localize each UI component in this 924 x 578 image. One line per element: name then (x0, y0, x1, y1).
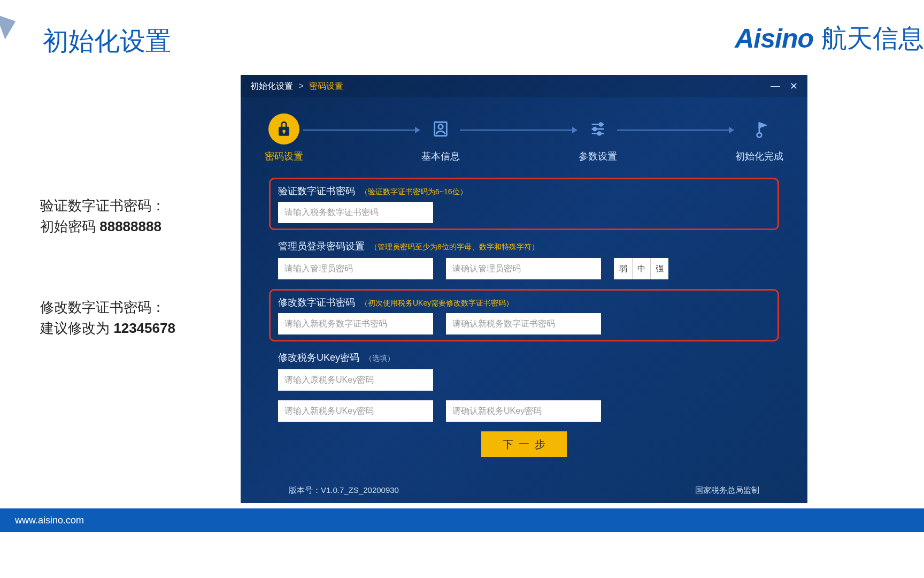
sliders-icon (582, 113, 613, 144)
svg-point-8 (757, 133, 762, 138)
breadcrumb-current: 密码设置 (309, 81, 343, 90)
breadcrumb: 初始化设置 > 密码设置 (250, 81, 343, 92)
strength-mid: 中 (632, 258, 650, 279)
breadcrumb-root: 初始化设置 (250, 81, 293, 90)
annotation-modify-password: 修改数字证书密码： 建议修改为 12345678 (40, 297, 175, 339)
step-arrow-icon (298, 130, 427, 131)
verify-cert-input[interactable] (278, 202, 433, 223)
step-password: 密码设置 (265, 113, 303, 163)
next-button[interactable]: 下一步 (481, 431, 567, 457)
setup-wizard-window: 初始化设置 > 密码设置 — ✕ 密码设置 基本信息 参数设置 (241, 75, 807, 503)
strength-strong: 强 (650, 258, 668, 279)
ukey-confirm-pwd-input[interactable] (446, 400, 601, 422)
strength-weak: 弱 (614, 258, 632, 279)
decorative-triangle (0, 9, 20, 39)
footer-url: www.aisino.com (15, 515, 84, 526)
step-basic-info: 基本信息 (421, 113, 460, 163)
ukey-pwd-hint: （选填） (365, 354, 395, 363)
authority-label: 国家税务总局监制 (695, 485, 759, 496)
close-button[interactable]: ✕ (790, 80, 798, 92)
version-label: 版本号：V1.0.7_ZS_20200930 (289, 485, 399, 496)
lock-icon (268, 113, 299, 144)
profile-icon (425, 113, 456, 144)
modify-cert-label: 修改数字证书密码 (278, 296, 355, 309)
page-footer-stripe: www.aisino.com (0, 508, 924, 532)
breadcrumb-separator: > (298, 81, 303, 90)
page-title: 初始化设置 (43, 24, 171, 58)
admin-pwd-label: 管理员登录密码设置 (278, 240, 365, 253)
ukey-old-pwd-input[interactable] (278, 369, 433, 391)
brand-logo-block: Aisino 航天信息 (735, 21, 924, 56)
svg-point-5 (599, 123, 602, 126)
admin-pwd-input[interactable] (278, 258, 433, 279)
flag-icon (744, 113, 775, 144)
window-titlebar: 初始化设置 > 密码设置 — ✕ (241, 75, 807, 97)
annotation-verify-password: 验证数字证书密码： 初始密码 88888888 (40, 195, 165, 237)
step-complete: 初始化完成 (735, 113, 783, 163)
step-params: 参数设置 (579, 113, 617, 163)
modify-cert-hint: （初次使用税务UKey需要修改数字证书密码） (360, 299, 513, 308)
brand-name: 航天信息 (821, 21, 924, 56)
svg-point-1 (438, 125, 443, 130)
brand-logo-text: Aisino (735, 23, 813, 54)
svg-point-7 (598, 132, 601, 135)
wizard-steps: 密码设置 基本信息 参数设置 初始化完成 (241, 97, 807, 172)
modify-cert-new-input[interactable] (278, 313, 433, 334)
modify-cert-confirm-input[interactable] (446, 313, 601, 334)
admin-pwd-confirm-input[interactable] (446, 258, 601, 279)
svg-point-6 (593, 127, 596, 131)
ukey-pwd-label: 修改税务UKey密码 (278, 351, 359, 364)
highlight-verify-cert: 验证数字证书密码 （验证数字证书密码为6~16位） (269, 178, 779, 230)
verify-cert-hint: （验证数字证书密码为6~16位） (360, 187, 467, 197)
step-arrow-icon (455, 130, 583, 131)
verify-cert-label: 验证数字证书密码 (278, 185, 355, 197)
admin-pwd-hint: （管理员密码至少为8位的字母、数字和特殊字符） (370, 242, 539, 252)
window-footer: 版本号：V1.0.7_ZS_20200930 国家税务总局监制 (241, 485, 807, 496)
password-strength-indicator: 弱 中 强 (614, 258, 668, 279)
minimize-button[interactable]: — (771, 80, 780, 92)
ukey-new-pwd-input[interactable] (278, 400, 433, 422)
step-arrow-icon (612, 130, 741, 131)
highlight-modify-cert: 修改数字证书密码 （初次使用税务UKey需要修改数字证书密码） (269, 289, 779, 341)
